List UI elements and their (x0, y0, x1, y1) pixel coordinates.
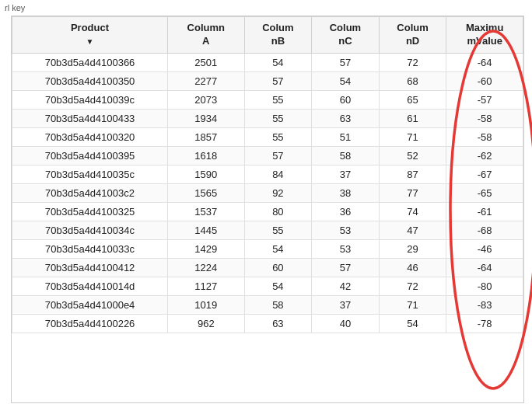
cell-value: -61 (446, 202, 523, 221)
col-header-maxval[interactable]: MaximumValue (446, 17, 523, 54)
cell-value: 52 (379, 146, 446, 165)
cell-value: 63 (244, 314, 312, 333)
cell-value: -46 (446, 239, 523, 258)
table-row: 70b3d5a4d41004121224605746-64 (12, 258, 523, 277)
cell-value: -68 (446, 221, 523, 239)
cell-value: 57 (244, 71, 312, 90)
table-row: 70b3d5a4d410014d1127544272-80 (12, 277, 523, 295)
cell-value: 54 (379, 314, 446, 333)
cell-value: 60 (244, 258, 312, 277)
cell-product: 70b3d5a4d4100433 (12, 109, 168, 127)
table-header-row: Product ▼ ColumnA ColumnB ColumnC Column… (12, 17, 523, 54)
cell-value: 63 (312, 109, 380, 127)
cell-value: -83 (446, 295, 523, 314)
table-row: 70b3d5a4d41003502277575468-60 (12, 71, 523, 90)
cell-value: -58 (446, 109, 523, 127)
cell-value: 57 (244, 146, 312, 165)
cell-value: 60 (312, 90, 380, 109)
cell-value: 54 (244, 239, 312, 258)
cell-value: -78 (446, 314, 523, 333)
cell-value: 1127 (168, 277, 245, 295)
cell-value: 54 (312, 71, 380, 90)
cell-value: -64 (446, 258, 523, 277)
page-container: rl key Product ▼ ColumnA ColumnB Colum (0, 0, 532, 411)
table-row: 70b3d5a4d410034c1445555347-68 (12, 221, 523, 239)
cell-value: 1224 (168, 258, 245, 277)
cell-value: 71 (379, 127, 446, 146)
cell-value: 55 (244, 90, 312, 109)
cell-value: -65 (446, 183, 523, 202)
cell-value: 1537 (168, 202, 245, 221)
cell-value: 57 (312, 258, 380, 277)
cell-product: 70b3d5a4d4100226 (12, 314, 168, 333)
table-row: 70b3d5a4d41003662501545772-64 (12, 53, 523, 71)
table-row: 70b3d5a4d41003951618575852-62 (12, 146, 523, 165)
cell-product: 70b3d5a4d4100320 (12, 127, 168, 146)
col-header-d[interactable]: ColumnD (379, 17, 446, 54)
cell-value: 72 (379, 53, 446, 71)
cell-value: 58 (312, 146, 380, 165)
cell-value: 1019 (168, 295, 245, 314)
cell-value: -80 (446, 277, 523, 295)
cell-product: 70b3d5a4d4100350 (12, 71, 168, 90)
cell-value: 36 (312, 202, 380, 221)
cell-value: 77 (379, 183, 446, 202)
table-row: 70b3d5a4d410033c1429545329-46 (12, 239, 523, 258)
cell-value: 71 (379, 295, 446, 314)
cell-value: -62 (446, 146, 523, 165)
table-row: 70b3d5a4d41003c21565923877-65 (12, 183, 523, 202)
cell-value: 72 (379, 277, 446, 295)
table-row: 70b3d5a4d410039c2073556065-57 (12, 90, 523, 109)
cell-value: 87 (379, 165, 446, 183)
table-row: 70b3d5a4d4100226962634054-78 (12, 314, 523, 333)
cell-value: 40 (312, 314, 380, 333)
cell-value: -60 (446, 71, 523, 90)
data-table: Product ▼ ColumnA ColumnB ColumnC Column… (12, 16, 523, 333)
cell-value: 2073 (168, 90, 245, 109)
table-row: 70b3d5a4d410035c1590843787-67 (12, 165, 523, 183)
cell-value: -58 (446, 127, 523, 146)
cell-value: 47 (379, 221, 446, 239)
cell-value: 65 (379, 90, 446, 109)
sort-arrow-icon: ▼ (86, 37, 94, 47)
cell-value: 46 (379, 258, 446, 277)
cell-product: 70b3d5a4d410035c (12, 165, 168, 183)
cell-product: 70b3d5a4d4100395 (12, 146, 168, 165)
cell-value: 55 (244, 127, 312, 146)
cell-value: 2501 (168, 53, 245, 71)
cell-value: 80 (244, 202, 312, 221)
data-table-wrapper[interactable]: Product ▼ ColumnA ColumnB ColumnC Column… (11, 16, 524, 403)
col-header-c[interactable]: ColumnC (312, 17, 380, 54)
cell-value: 55 (244, 109, 312, 127)
cell-value: 1618 (168, 146, 245, 165)
col-header-product[interactable]: Product ▼ (12, 17, 168, 54)
cell-value: 53 (312, 239, 380, 258)
cell-value: 1857 (168, 127, 245, 146)
cell-value: 84 (244, 165, 312, 183)
cell-value: 51 (312, 127, 380, 146)
cell-value: 29 (379, 239, 446, 258)
cell-value: 92 (244, 183, 312, 202)
cell-value: 38 (312, 183, 380, 202)
cell-value: 58 (244, 295, 312, 314)
cell-product: 70b3d5a4d4100412 (12, 258, 168, 277)
cell-value: 42 (312, 277, 380, 295)
table-row: 70b3d5a4d41000e41019583771-83 (12, 295, 523, 314)
cell-value: 57 (312, 53, 380, 71)
cell-value: 55 (244, 221, 312, 239)
cell-value: 962 (168, 314, 245, 333)
cell-value: 53 (312, 221, 380, 239)
table-row: 70b3d5a4d41003201857555171-58 (12, 127, 523, 146)
cell-value: 68 (379, 71, 446, 90)
cell-product: 70b3d5a4d410034c (12, 221, 168, 239)
cell-value: 1445 (168, 221, 245, 239)
cell-value: 2277 (168, 71, 245, 90)
cell-product: 70b3d5a4d4100325 (12, 202, 168, 221)
cell-product: 70b3d5a4d41000e4 (12, 295, 168, 314)
cell-product: 70b3d5a4d410014d (12, 277, 168, 295)
col-header-b[interactable]: ColumnB (244, 17, 312, 54)
cell-value: 74 (379, 202, 446, 221)
cell-value: 37 (312, 295, 380, 314)
cell-value: 1934 (168, 109, 245, 127)
col-header-a[interactable]: ColumnA (168, 17, 245, 54)
